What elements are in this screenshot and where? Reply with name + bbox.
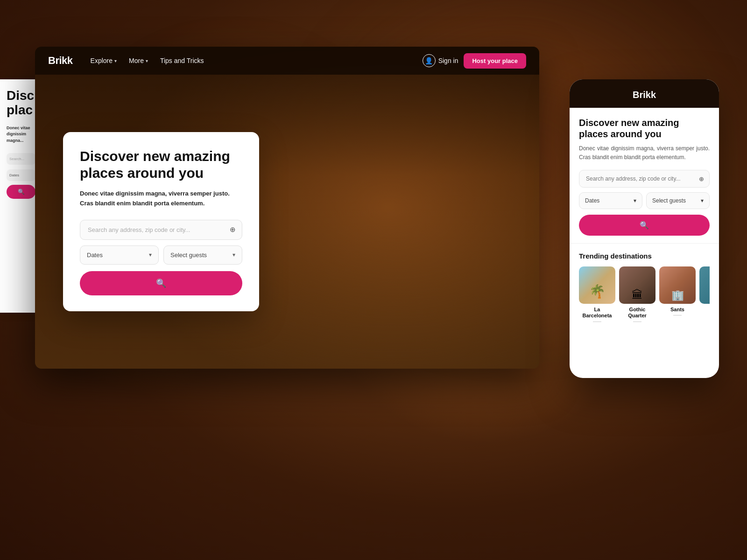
user-icon: 👤 — [423, 54, 436, 67]
guests-chevron-icon: ▾ — [233, 252, 235, 258]
search-button[interactable]: 🔍 — [80, 271, 242, 295]
mobile-location-icon: ⊕ — [699, 175, 704, 182]
mobile-guests-chevron-icon: ▾ — [701, 197, 704, 204]
location-search-input[interactable] — [80, 220, 242, 240]
hero-body: Discover new amazing places around you D… — [35, 75, 539, 369]
mobile-header: Brikk — [570, 79, 719, 108]
location-icon: ⊕ — [230, 225, 236, 234]
mobile-trending-section: Trending destinations LaBarceloneta —— G… — [570, 243, 719, 332]
sagrada-sub: —— — [699, 319, 710, 324]
barceloneta-image — [579, 266, 615, 304]
explore-chevron-icon: ▾ — [114, 58, 117, 63]
mobile-search-section: Discover new amazing places around you D… — [570, 108, 719, 243]
hero-description: Donec vitae dignissim magna, viverra sem… — [80, 189, 242, 209]
sants-image — [659, 266, 696, 304]
mobile-select-row: Dates ▾ Select guests ▾ — [579, 192, 710, 209]
sagrada-image — [699, 266, 710, 304]
host-your-place-button[interactable]: Host your place — [464, 53, 526, 69]
left-partial-dates: Dates — [7, 169, 35, 181]
trending-title: Trending destinations — [579, 252, 710, 260]
mobile-dates-chevron-icon: ▾ — [634, 197, 636, 204]
destination-sagrada[interactable]: Sag...Fam —— — [699, 266, 710, 323]
mobile-phone-mockup: Brikk Discover new amazing places around… — [570, 79, 719, 378]
sagrada-name: Sag...Fam — [699, 307, 710, 319]
mobile-search-wrapper: ⊕ — [579, 170, 710, 188]
nav-more[interactable]: More ▾ — [124, 54, 153, 67]
signin-button[interactable]: 👤 Sign in — [423, 54, 458, 67]
desktop-browser-window: Brikk Explore ▾ More ▾ Tips and Tricks 👤… — [35, 47, 539, 369]
mobile-hero-description: Donec vitae dignissim magna, viverra sem… — [579, 144, 710, 161]
barceloneta-name: LaBarceloneta — [579, 307, 615, 319]
navbar-right: 👤 Sign in Host your place — [423, 53, 526, 69]
destination-sants[interactable]: Sants —— — [659, 266, 696, 323]
destination-gothic-quarter[interactable]: GothicQuarter —— — [619, 266, 655, 323]
dates-chevron-icon: ▾ — [149, 252, 152, 258]
mobile-logo: Brikk — [579, 90, 710, 100]
nav-explore[interactable]: Explore ▾ — [86, 54, 121, 67]
left-partial-title: Discplac — [7, 89, 35, 118]
gothic-quarter-sub: —— — [619, 319, 655, 324]
gothic-quarter-name: GothicQuarter — [619, 307, 655, 319]
search-card: Discover new amazing places around you D… — [63, 132, 259, 311]
mobile-search-icon: 🔍 — [640, 221, 649, 230]
navbar-logo: Brikk — [48, 55, 73, 67]
left-partial-search: Search... — [7, 153, 35, 165]
mobile-hero-title: Discover new amazing places around you — [579, 117, 710, 140]
destinations-list: LaBarceloneta —— GothicQuarter —— Sants … — [579, 266, 710, 323]
mobile-search-button[interactable]: 🔍 — [579, 215, 710, 236]
mobile-guests-select[interactable]: Select guests ▾ — [646, 192, 710, 209]
sants-name: Sants — [659, 307, 696, 313]
hero-title: Discover new amazing places around you — [80, 148, 242, 182]
mobile-dates-select[interactable]: Dates ▾ — [579, 192, 642, 209]
left-partial-search-btn: 🔍 — [7, 185, 35, 199]
barceloneta-sub: —— — [579, 319, 615, 324]
gothic-quarter-image — [619, 266, 655, 304]
navbar-nav: Explore ▾ More ▾ Tips and Tricks — [86, 54, 423, 67]
destination-barceloneta[interactable]: LaBarceloneta —— — [579, 266, 615, 323]
left-partial-description: Donec vitae dignissim magna... — [7, 125, 35, 144]
search-icon: 🔍 — [156, 278, 166, 288]
nav-tips[interactable]: Tips and Tricks — [155, 54, 209, 67]
more-chevron-icon: ▾ — [146, 58, 148, 63]
mobile-location-input[interactable] — [579, 170, 710, 188]
guests-select[interactable]: Select guests ▾ — [163, 245, 242, 265]
sants-sub: —— — [659, 313, 696, 317]
dates-select[interactable]: Dates ▾ — [80, 245, 159, 265]
search-input-wrapper: ⊕ — [80, 220, 242, 240]
navbar: Brikk Explore ▾ More ▾ Tips and Tricks 👤… — [35, 47, 539, 75]
select-row: Dates ▾ Select guests ▾ — [80, 245, 242, 265]
